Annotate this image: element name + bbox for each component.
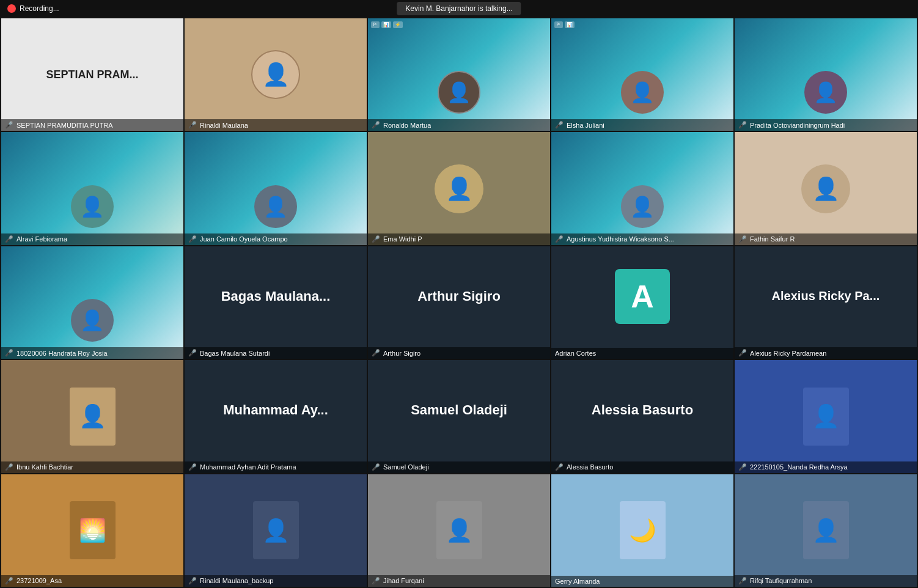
tile-alravi[interactable]: 👤 🎤 Alravi Febiorama xyxy=(1,132,183,244)
arthur-name: Arthur Sigiro xyxy=(383,350,420,357)
arthur-label: 🎤 Arthur Sigiro xyxy=(368,347,550,359)
pradita-name: Pradita Octoviandiningrum Hadi xyxy=(750,122,845,129)
tile-fathin[interactable]: 👤 🎤 Fathin Saifur R xyxy=(735,132,917,244)
tile-pradita[interactable]: 👤 🎤 Pradita Octoviandiningrum Hadi xyxy=(735,18,917,131)
septian-participant-name: SEPTIAN PRAMUDITIA PUTRA xyxy=(17,122,113,129)
ema-label: 🎤 Ema Widhi P xyxy=(368,233,550,245)
mute-icon-7: 🎤 xyxy=(188,235,197,243)
tile-samuel[interactable]: Samuel Oladeji 🎤 Samuel Oladeji xyxy=(368,360,550,472)
adrian-label: Adrian Cortes xyxy=(551,348,733,359)
talking-label: Kevin M. Banjarnahor is talking... xyxy=(405,4,512,13)
ibnu-label: 🎤 Ibnu Kahfi Bachtiar xyxy=(1,461,183,473)
handrata-label: 🎤 18020006 Handrata Roy Josia xyxy=(1,347,183,359)
ronaldo-name: Ronaldo Martua xyxy=(383,122,431,129)
tile-adrian[interactable]: A Adrian Cortes xyxy=(551,246,733,359)
rifqi-name: Rifqi Taufiqurrahman xyxy=(750,577,812,584)
pradita-label: 🎤 Pradita Octoviandiningrum Hadi xyxy=(735,119,917,131)
recording-badge: Recording... xyxy=(0,4,67,13)
alexius-label: 🎤 Alexius Ricky Pardamean xyxy=(735,347,917,359)
elsha-label: 🎤 Elsha Juliani xyxy=(551,119,733,131)
mute-icon-4: 🎤 xyxy=(555,121,564,129)
mute-icon-25: 🎤 xyxy=(738,577,747,585)
alravi-name: Alravi Febiorama xyxy=(17,235,67,243)
muhammad-name: Muhammad Ayhan Adit Pratama xyxy=(200,463,296,471)
top-bar: Recording... Kevin M. Banjarnahor is tal… xyxy=(0,0,918,17)
asa-name: 23721009_Asa xyxy=(17,577,62,584)
gerry-label: Gerry Almanda xyxy=(551,576,733,587)
mute-icon-13: 🎤 xyxy=(372,349,380,357)
tile-alexius[interactable]: Alexius Ricky Pa... 🎤 Alexius Ricky Pard… xyxy=(735,246,917,359)
mute-icon-11: 🎤 xyxy=(5,349,13,357)
tile-rinaldi[interactable]: 👤 🎤 Rinaldi Maulana xyxy=(185,18,367,131)
tile-agustinus[interactable]: 👤 🎤 Agustinus Yudhistira Wicaksono S... xyxy=(551,132,733,244)
recording-label: Recording... xyxy=(20,4,59,13)
ema-name: Ema Widhi P xyxy=(383,235,422,243)
mute-icon-15: 🎤 xyxy=(738,349,747,357)
mute-icon-5: 🎤 xyxy=(738,121,747,129)
tile-handrata[interactable]: 👤 🎤 18020006 Handrata Roy Josia xyxy=(1,246,183,359)
septian-name-display: SEPTIAN PRAM... xyxy=(41,64,143,86)
tile-arthur[interactable]: Arthur Sigiro 🎤 Arthur Sigiro xyxy=(368,246,550,359)
mute-icon-10: 🎤 xyxy=(738,235,747,243)
alexius-display: Alexius Ricky Pa... xyxy=(767,284,885,308)
tile-rifqi[interactable]: 👤 🎤 Rifqi Taufiqurrahman xyxy=(735,474,917,587)
tile-muhammad[interactable]: Muhammad Ay... 🎤 Muhammad Ayhan Adit Pra… xyxy=(185,360,367,472)
mute-icon-23: 🎤 xyxy=(372,577,380,585)
tile-gerry[interactable]: 🌙 Gerry Almanda xyxy=(551,474,733,587)
mute-icon-12: 🎤 xyxy=(188,349,197,357)
jihad-label: 🎤 Jihad Furqani xyxy=(368,575,550,587)
participant-grid: SEPTIAN PRAM... 🎤 SEPTIAN PRAMUDITIA PUT… xyxy=(0,17,918,588)
mute-icon-17: 🎤 xyxy=(188,463,197,471)
tile-ibnu[interactable]: 👤 🎤 Ibnu Kahfi Bachtiar xyxy=(1,360,183,472)
muhammad-label: 🎤 Muhammad Ayhan Adit Pratama xyxy=(185,461,367,473)
adrian-avatar-letter: A xyxy=(631,278,654,315)
handrata-name: 18020006 Handrata Roy Josia xyxy=(17,350,108,357)
arthur-display: Arthur Sigiro xyxy=(417,288,501,304)
tile-alessia[interactable]: Alessia Basurto 🎤 Alessia Basurto xyxy=(551,360,733,472)
agustinus-name: Agustinus Yudhistira Wicaksono S... xyxy=(567,235,674,243)
tile-bagas[interactable]: Bagas Maulana... 🎤 Bagas Maulana Sutardi xyxy=(185,246,367,359)
fathin-name: Fathin Saifur R xyxy=(750,235,795,243)
recording-dot xyxy=(7,4,16,13)
mute-icon-19: 🎤 xyxy=(555,463,564,471)
rinaldi-backup-label: 🎤 Rinaldi Maulana_backup xyxy=(185,575,367,587)
elsha-name: Elsha Juliani xyxy=(567,122,604,129)
mute-icon-6: 🎤 xyxy=(5,235,13,243)
septian-label: 🎤 SEPTIAN PRAMUDITIA PUTRA xyxy=(1,119,183,131)
asa-label: 🎤 23721009_Asa xyxy=(1,575,183,587)
samuel-display: Samuel Oladeji xyxy=(411,402,507,418)
gerry-name: Gerry Almanda xyxy=(555,578,600,585)
tile-jihad[interactable]: 👤 🎤 Jihad Furqani xyxy=(368,474,550,587)
fathin-label: 🎤 Fathin Saifur R xyxy=(735,233,917,245)
mute-icon-8: 🎤 xyxy=(372,235,380,243)
alexius-name: Alexius Ricky Pardamean xyxy=(750,350,826,357)
adrian-name: Adrian Cortes xyxy=(555,350,596,357)
samuel-name: Samuel Oladeji xyxy=(383,463,429,471)
tile-asa[interactable]: 🌅 🎤 23721009_Asa xyxy=(1,474,183,587)
mute-icon-9: 🎤 xyxy=(555,235,564,243)
talking-indicator: Kevin M. Banjarnahor is talking... xyxy=(397,2,521,15)
ibnu-name: Ibnu Kahfi Bachtiar xyxy=(17,463,73,471)
tile-ronaldo[interactable]: 🏳 📊 ⚡ 👤 🎤 Ronaldo Martua xyxy=(368,18,550,131)
tile-juan[interactable]: 👤 🎤 Juan Camilo Oyuela Ocampo xyxy=(185,132,367,244)
bagas-name: Bagas Maulana Sutardi xyxy=(200,350,270,357)
samuel-label: 🎤 Samuel Oladeji xyxy=(368,461,550,473)
agustinus-label: 🎤 Agustinus Yudhistira Wicaksono S... xyxy=(551,233,733,245)
alessia-label: 🎤 Alessia Basurto xyxy=(551,461,733,473)
ronaldo-label: 🎤 Ronaldo Martua xyxy=(368,119,550,131)
tile-nanda[interactable]: 👤 🎤 222150105_Nanda Redha Arsya xyxy=(735,360,917,472)
tile-rinaldi-backup[interactable]: 👤 🎤 Rinaldi Maulana_backup xyxy=(185,474,367,587)
tile-ema[interactable]: 👤 🎤 Ema Widhi P xyxy=(368,132,550,244)
mute-icon-21: 🎤 xyxy=(5,577,13,585)
tile-septian[interactable]: SEPTIAN PRAM... 🎤 SEPTIAN PRAMUDITIA PUT… xyxy=(1,18,183,131)
rinaldi-label: 🎤 Rinaldi Maulana xyxy=(185,119,367,131)
mute-icon-2: 🎤 xyxy=(188,121,197,129)
bagas-label: 🎤 Bagas Maulana Sutardi xyxy=(185,347,367,359)
tile-elsha[interactable]: 🏳 📊 👤 🎤 Elsha Juliani xyxy=(551,18,733,131)
nanda-name: 222150105_Nanda Redha Arsya xyxy=(750,463,848,471)
alessia-display: Alessia Basurto xyxy=(592,402,693,418)
alravi-label: 🎤 Alravi Febiorama xyxy=(1,233,183,245)
juan-name: Juan Camilo Oyuela Ocampo xyxy=(200,235,288,243)
mute-icon: 🎤 xyxy=(5,121,13,129)
juan-label: 🎤 Juan Camilo Oyuela Ocampo xyxy=(185,233,367,245)
